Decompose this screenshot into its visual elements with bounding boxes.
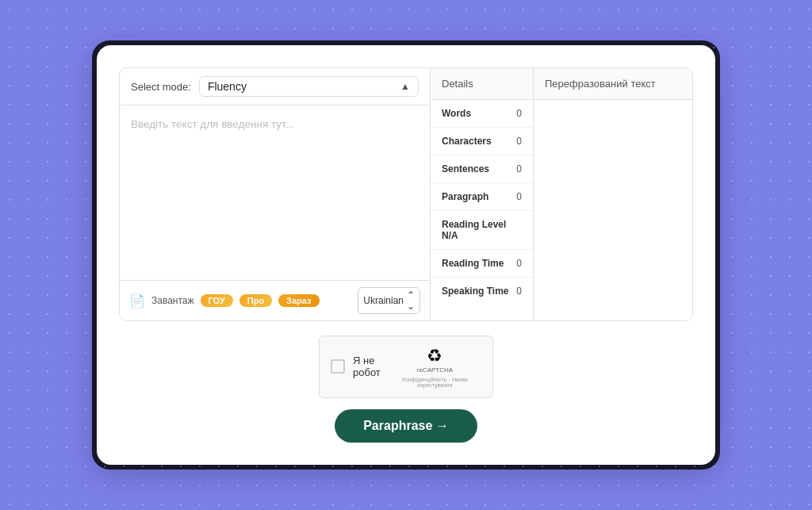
captcha-logo-text: reCAPTCHA [417,366,453,374]
bottom-section: Я не робот ♻ reCAPTCHA Конфіденційність … [119,336,693,442]
detail-key-speaking-time: Speaking Time [442,286,508,297]
captcha-label: Я не робот [353,355,381,378]
detail-key-words: Words [442,108,471,119]
detail-key-characters: Characters [442,136,492,147]
language-value: Ukrainian [363,295,404,306]
detail-row-reading-level: Reading Level N/A [431,211,533,250]
captcha-small-text: Конфіденційність - Умови користування [389,377,481,388]
detail-val-sentences: 0 [516,163,522,174]
left-panel: Select mode: Fluency ▲ Введіть текст для… [120,68,431,320]
right-panel: Перефразований текст [534,68,692,320]
detail-val-reading-time: 0 [516,258,522,269]
detail-key-sentences: Sentences [442,163,489,174]
details-panel: Details Words 0 Characters 0 Sentences 0… [431,68,534,320]
detail-row-characters: Characters 0 [431,128,533,155]
detail-row-words: Words 0 [431,100,533,128]
chevron-up-icon: ▲ [400,81,410,92]
recaptcha-icon: ♻ [427,346,442,366]
main-area: Select mode: Fluency ▲ Введіть текст для… [119,67,693,321]
badge-now[interactable]: Зараз [278,294,319,307]
mode-select-value: Fluency [208,80,247,93]
detail-val-characters: 0 [516,136,522,147]
detail-key-reading-level: Reading Level N/A [442,219,522,241]
text-input-area[interactable]: Введіть текст для введення тут... [120,105,430,280]
badge-pro[interactable]: Про [239,294,272,307]
captcha-logo: ♻ reCAPTCHA Конфіденційність - Умови кор… [389,346,481,387]
paraphrase-button[interactable]: Paraphrase → [335,409,477,443]
upload-icon: 📄 [129,293,145,309]
right-panel-header: Перефразований текст [534,68,692,100]
detail-row-reading-time: Reading Time 0 [431,250,533,278]
detail-val-words: 0 [516,108,522,119]
detail-val-paragraph: 0 [516,191,522,202]
mode-label: Select mode: [131,81,191,93]
detail-val-speaking-time: 0 [516,286,522,297]
upload-label: Завантаж [151,295,194,306]
detail-key-reading-time: Reading Time [442,258,504,269]
bottom-bar: 📄 Завантаж ГОУ Про Зараз Ukrainian ⌃⌄ [120,280,430,320]
details-header: Details [431,68,533,100]
detail-key-paragraph: Paragraph [442,191,488,202]
badge-gov[interactable]: ГОУ [201,294,233,307]
detail-row-paragraph: Paragraph 0 [431,183,533,211]
text-placeholder: Введіть текст для введення тут... [131,118,294,130]
lang-chevron-icon: ⌃⌄ [407,290,415,312]
language-select[interactable]: Ukrainian ⌃⌄ [358,287,420,314]
mode-bar: Select mode: Fluency ▲ [120,68,430,105]
captcha-box[interactable]: Я не робот ♻ reCAPTCHA Конфіденційність … [319,336,493,397]
detail-row-speaking-time: Speaking Time 0 [431,278,533,305]
main-card: Select mode: Fluency ▲ Введіть текст для… [97,45,715,464]
right-panel-content [534,100,692,320]
mode-select-dropdown[interactable]: Fluency ▲ [199,76,419,97]
captcha-checkbox[interactable] [331,359,345,374]
detail-row-sentences: Sentences 0 [431,155,533,183]
